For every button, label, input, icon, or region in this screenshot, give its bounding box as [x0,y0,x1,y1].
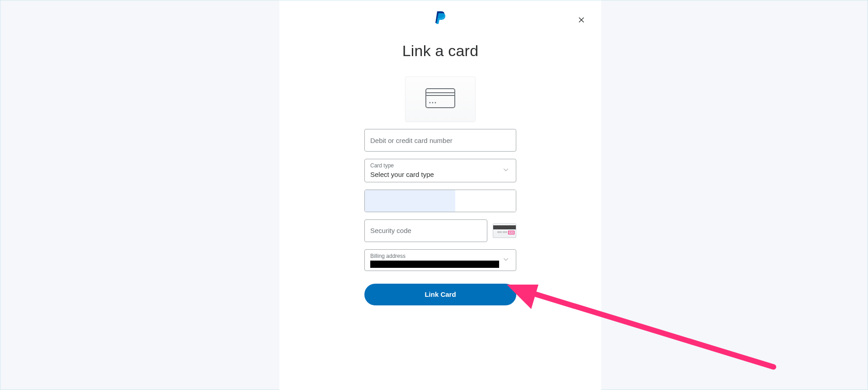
expiry-field[interactable] [364,190,516,212]
card-type-select[interactable]: Card type Select your card type [364,159,516,182]
card-number-field[interactable] [364,129,516,152]
chevron-down-icon [502,256,509,265]
page-background: Link a card Card type Selec [0,0,868,390]
card-number-input[interactable] [370,137,510,144]
cvv-hint-icon: 000000000 [493,224,516,238]
security-code-row: 000000000 [364,219,516,242]
svg-point-5 [429,102,431,104]
modal-panel: Link a card Card type Selec [279,0,601,390]
submit-button[interactable]: Link Card [364,284,516,305]
expiry-empty-region [455,190,516,212]
paypal-logo-icon [434,10,446,24]
expiry-autofill-region [365,190,455,212]
security-code-field[interactable] [364,219,487,242]
chevron-down-icon [502,166,509,175]
card-type-label: Card type [370,163,510,168]
card-type-value: Select your card type [370,171,434,178]
svg-point-6 [432,102,434,104]
billing-address-value-redacted [370,261,499,268]
link-card-form: Card type Select your card type [364,129,516,305]
card-illustration [405,76,476,122]
svg-point-7 [435,102,436,104]
security-code-input[interactable] [370,227,481,234]
billing-address-label: Billing address [370,253,510,259]
close-icon [577,16,585,25]
page-title: Link a card [279,42,601,60]
svg-rect-2 [426,89,455,108]
credit-card-icon [425,88,455,110]
billing-address-select[interactable]: Billing address [364,249,516,271]
close-button[interactable] [575,14,588,27]
